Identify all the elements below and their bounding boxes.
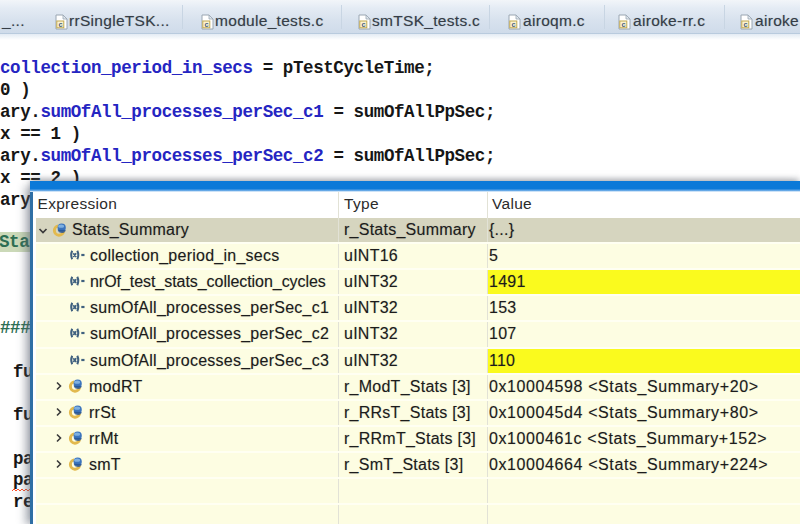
svg-text:c: c (743, 20, 747, 29)
svg-text:c: c (204, 20, 208, 29)
svg-text:c: c (58, 20, 62, 29)
svg-text:c: c (511, 20, 515, 29)
svg-text:c: c (621, 20, 625, 29)
svg-text:c: c (361, 20, 365, 29)
